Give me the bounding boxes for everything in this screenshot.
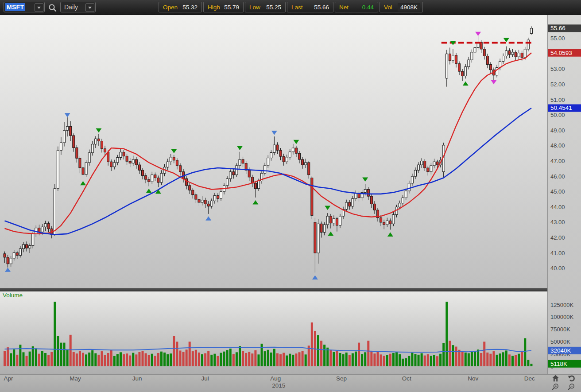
volume-bar bbox=[29, 352, 31, 366]
search-button[interactable] bbox=[47, 3, 57, 12]
candle-body bbox=[302, 159, 304, 165]
month-label: Nov bbox=[468, 375, 478, 382]
period-dropdown-button[interactable] bbox=[85, 3, 94, 12]
volume-bar bbox=[167, 354, 169, 366]
candle-body bbox=[79, 158, 81, 167]
volume-bar bbox=[107, 353, 109, 366]
volume-bar bbox=[170, 353, 172, 366]
volume-bar bbox=[135, 354, 137, 366]
volume-bar bbox=[349, 355, 351, 366]
price-axis-label: 50.00 bbox=[550, 112, 565, 118]
zoom-out-button[interactable] bbox=[563, 383, 579, 391]
volume-bar bbox=[411, 353, 413, 366]
price-chart-svg[interactable]: 55.0054.0053.0052.0051.0050.0049.0048.00… bbox=[0, 0, 581, 392]
volume-bar bbox=[13, 349, 15, 366]
volume-bar bbox=[57, 336, 59, 366]
zoom-in-icon bbox=[552, 383, 559, 390]
candle-body bbox=[186, 179, 188, 186]
candle-body bbox=[239, 159, 241, 166]
candle-body bbox=[411, 176, 413, 183]
volume-bar bbox=[480, 353, 482, 366]
candle-body bbox=[471, 52, 473, 60]
volume-bar bbox=[179, 350, 181, 366]
candle-body bbox=[518, 53, 520, 57]
volume-bar bbox=[505, 350, 507, 366]
candle-body bbox=[101, 141, 103, 149]
symbol-input[interactable]: MSFT bbox=[4, 2, 45, 12]
zoom-in-button[interactable] bbox=[547, 383, 563, 391]
undo-icon bbox=[568, 375, 575, 382]
volume-axis-label: 100000K bbox=[550, 314, 573, 320]
volume-bar bbox=[189, 342, 191, 366]
candle-body bbox=[355, 193, 357, 198]
candle-body bbox=[173, 157, 175, 160]
last-price-badge-text: 55.66 bbox=[550, 25, 566, 31]
volume-bar bbox=[508, 354, 511, 366]
candle-body bbox=[345, 202, 348, 210]
candle-body bbox=[26, 245, 28, 248]
candle-body bbox=[135, 159, 137, 165]
volume-bar bbox=[511, 356, 514, 366]
candle-body bbox=[160, 173, 163, 182]
candle-body bbox=[333, 218, 335, 223]
candle-body bbox=[329, 216, 332, 223]
undo-button[interactable] bbox=[563, 374, 579, 383]
candle-body bbox=[54, 189, 56, 234]
price-axis-label: 46.00 bbox=[550, 173, 565, 180]
price-axis-label: 49.00 bbox=[550, 127, 565, 134]
volume-bar bbox=[220, 353, 222, 366]
volume-bar bbox=[405, 358, 407, 366]
candle-body bbox=[380, 218, 382, 222]
candle-body bbox=[132, 159, 134, 163]
volume-axis-label: 125000K bbox=[550, 302, 573, 308]
candle-body bbox=[530, 28, 532, 34]
volume-bar bbox=[19, 345, 21, 366]
candle-body bbox=[424, 161, 426, 168]
volume-bar bbox=[226, 350, 229, 366]
month-label: Aug bbox=[270, 375, 281, 382]
candle-body bbox=[408, 183, 410, 191]
candle-body bbox=[433, 162, 435, 166]
quote-strip: Open 55.32 High 55.79 Low 55.25 Last 55.… bbox=[159, 2, 423, 12]
symbol-dropdown-button[interactable] bbox=[35, 3, 43, 12]
candle-body bbox=[176, 160, 178, 166]
volume-bar bbox=[483, 342, 485, 366]
volume-bar bbox=[22, 352, 24, 366]
price-axis-label: 45.00 bbox=[550, 188, 565, 195]
candle-body bbox=[317, 224, 319, 253]
candle-body bbox=[455, 55, 457, 64]
candle-body bbox=[120, 152, 122, 157]
volume-axis-label: 75000K bbox=[550, 326, 570, 333]
candle-body bbox=[248, 170, 250, 177]
volume-bar bbox=[521, 352, 523, 366]
volume-bar bbox=[345, 353, 348, 366]
volume-bar bbox=[386, 355, 388, 366]
candle-body bbox=[370, 196, 372, 204]
volume-bar bbox=[383, 356, 385, 366]
candle-body bbox=[85, 163, 87, 175]
candle-body bbox=[57, 150, 59, 189]
price-axis-label: 51.00 bbox=[550, 97, 565, 103]
volume-bar bbox=[4, 351, 6, 366]
chevron-down-icon bbox=[37, 7, 41, 9]
volume-bar bbox=[323, 345, 325, 366]
candle-body bbox=[210, 201, 213, 206]
period-select[interactable]: Daily bbox=[60, 2, 96, 12]
candle-body bbox=[461, 71, 464, 76]
volume-bar bbox=[311, 322, 313, 366]
volume-bar bbox=[182, 352, 185, 366]
candle-body bbox=[229, 172, 232, 179]
month-label: Oct bbox=[402, 375, 411, 382]
candle-body bbox=[207, 204, 209, 206]
home-button[interactable] bbox=[547, 374, 563, 383]
toolbar: MSFT Daily Open 55.32 High 55.79 Low bbox=[0, 0, 581, 15]
time-axis-background bbox=[0, 374, 581, 392]
volume-bar bbox=[60, 343, 62, 366]
candle-body bbox=[468, 60, 470, 67]
price-axis-label: 41.00 bbox=[550, 250, 565, 256]
candle-body bbox=[66, 126, 69, 130]
volume-bar bbox=[452, 345, 454, 366]
candle-body bbox=[445, 54, 448, 78]
volume-bar bbox=[163, 353, 166, 366]
volume-bar bbox=[352, 353, 354, 366]
